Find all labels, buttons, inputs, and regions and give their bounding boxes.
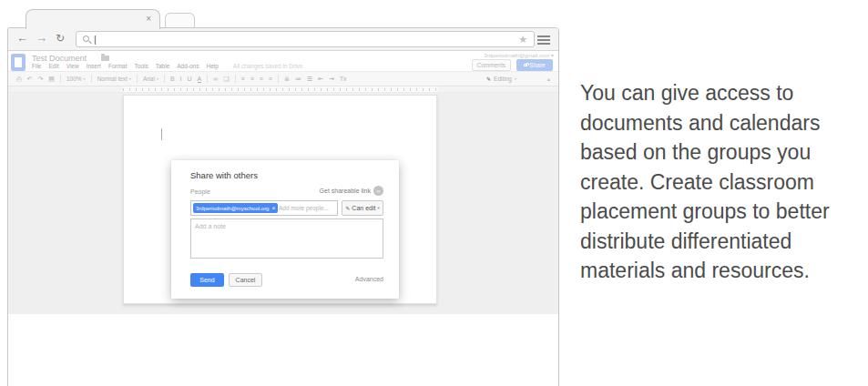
ruler-ticks <box>123 86 438 92</box>
browser-toolbar: ← → ↻ | ★ <box>8 28 558 51</box>
dialog-title: Share with others <box>190 170 258 180</box>
editing-mode-select[interactable]: ✎ Editing ▾ <box>486 76 516 82</box>
toolbar-separator <box>164 75 165 83</box>
chevron-down-icon: ▾ <box>157 76 158 81</box>
link-icon: ∞ <box>373 186 383 196</box>
numbered-list-icon[interactable]: ≔ <box>295 76 301 83</box>
menu-tools[interactable]: Tools <box>135 63 148 69</box>
text-cursor <box>161 128 162 140</box>
people-input[interactable]: 3rdperiodmath@myschool.org × Add more pe… <box>190 200 338 216</box>
undo-icon[interactable]: ↶ <box>27 76 33 83</box>
account-email[interactable]: 3rdperiodmath@gmail.com ▾ <box>484 52 554 58</box>
font-select[interactable]: Arial ▾ <box>143 76 158 82</box>
menu-view[interactable]: View <box>66 63 79 69</box>
align-center-icon[interactable]: ≡ <box>250 76 254 82</box>
caption-text: You can give access to documents and cal… <box>580 78 868 286</box>
advanced-link[interactable]: Advanced <box>355 276 383 282</box>
share-button[interactable]: Share <box>516 59 553 71</box>
zoom-value: 100% <box>66 76 82 82</box>
email-chip[interactable]: 3rdperiodmath@myschool.org × <box>193 203 278 213</box>
font-value: Arial <box>143 76 155 82</box>
clear-formatting-icon[interactable]: Tx <box>340 76 347 82</box>
text-color-icon[interactable]: A <box>198 76 202 83</box>
toolbar-separator <box>235 75 236 83</box>
indent-decrease-icon[interactable]: ⇤ <box>318 76 323 83</box>
mode-label: Editing <box>494 76 512 82</box>
add-people-placeholder: Add more people... <box>279 205 329 211</box>
remove-chip-icon[interactable]: × <box>271 205 275 211</box>
docs-menubar: File Edit View Insert Format Tools Table… <box>32 63 302 69</box>
move-to-folder-icon[interactable] <box>101 56 109 61</box>
menu-edit[interactable]: Edit <box>48 63 58 69</box>
styles-value: Normal text <box>97 76 128 82</box>
menu-insert[interactable]: Insert <box>87 63 101 69</box>
toolbar-separator <box>91 75 92 83</box>
chevron-down-icon: ▾ <box>515 76 516 81</box>
pencil-icon: ✎ <box>486 76 491 82</box>
forward-icon[interactable]: → <box>36 31 47 45</box>
lock-icon <box>524 64 527 66</box>
print-icon[interactable]: ⎙ <box>16 76 22 83</box>
bulleted-list-icon[interactable]: ☰ <box>307 76 312 83</box>
share-button-label: Share <box>529 62 545 68</box>
align-left-icon[interactable]: ≡ <box>241 76 245 82</box>
docs-toolbar: ⎙ ↶ ↷ ▤ 100% ▾ Normal text ▾ Arial ▾ B I… <box>8 71 558 86</box>
paint-format-icon[interactable]: ▤ <box>48 76 55 83</box>
note-textarea[interactable]: Add a note <box>190 218 383 259</box>
close-tab-icon[interactable]: × <box>146 13 151 25</box>
chevron-down-icon: ▾ <box>129 76 131 81</box>
document-title[interactable]: Test Document <box>32 54 87 63</box>
browser-menu-icon[interactable] <box>537 36 550 37</box>
zoom-select[interactable]: 100% ▾ <box>66 76 86 82</box>
underline-icon[interactable]: U <box>188 76 192 82</box>
italic-icon[interactable]: I <box>180 76 182 82</box>
docs-header: Test Document File Edit View Insert Form… <box>8 52 558 71</box>
chevron-down-icon: ▾ <box>84 76 86 81</box>
browser-window: × ← → ↻ | ★ Test Document File Edit View… <box>7 9 559 386</box>
pencil-icon: ✎ <box>345 205 350 211</box>
get-shareable-link-label: Get shareable link <box>320 188 371 194</box>
toolbar-separator <box>278 75 279 83</box>
comment-icon[interactable]: ❏ <box>223 76 229 83</box>
address-bar-input[interactable]: | ★ <box>76 31 535 47</box>
email-chip-label: 3rdperiodmath@myschool.org <box>196 206 269 211</box>
chevron-down-icon: ▾ <box>377 206 379 210</box>
menu-table[interactable]: Table <box>156 63 170 69</box>
align-justify-icon[interactable]: ≡ <box>269 76 272 82</box>
bold-icon[interactable]: B <box>170 76 175 82</box>
permission-label: Can edit <box>352 205 375 211</box>
bookmark-star-icon[interactable]: ★ <box>518 34 527 46</box>
note-placeholder: Add a note <box>195 223 226 229</box>
browser-tab[interactable]: × <box>26 9 160 29</box>
permission-dropdown[interactable]: ✎ Can edit ▾ <box>342 200 383 216</box>
toolbar-separator <box>60 75 61 83</box>
text-cursor: | <box>94 34 97 45</box>
back-icon[interactable]: ← <box>16 31 28 45</box>
menu-addons[interactable]: Add-ons <box>177 63 199 69</box>
get-shareable-link-button[interactable]: Get shareable link ∞ <box>320 186 383 196</box>
menu-help[interactable]: Help <box>206 63 218 69</box>
share-dialog: Share with others People Get shareable l… <box>171 160 399 299</box>
link-icon[interactable]: ∞ <box>213 76 218 82</box>
search-icon <box>83 36 89 42</box>
saved-status: All changes saved in Drive <box>233 63 303 69</box>
people-label: People <box>190 188 210 195</box>
indent-increase-icon[interactable]: ⇥ <box>329 76 334 83</box>
styles-select[interactable]: Normal text ▾ <box>97 76 131 82</box>
line-spacing-icon[interactable]: ≣ <box>284 76 290 83</box>
docs-app-icon <box>11 54 26 71</box>
align-right-icon[interactable]: ≡ <box>260 76 263 82</box>
send-button[interactable]: Send <box>190 273 224 287</box>
toolbar-separator <box>207 75 208 83</box>
comments-button[interactable]: Comments <box>472 59 511 71</box>
toolbar-separator <box>137 75 138 83</box>
ruler <box>8 86 558 93</box>
menu-file[interactable]: File <box>32 63 41 69</box>
cancel-button[interactable]: Cancel <box>229 273 262 287</box>
menu-format[interactable]: Format <box>108 63 128 69</box>
collapse-toolbar-icon[interactable]: ▴ <box>547 76 550 82</box>
reload-icon[interactable]: ↻ <box>56 32 65 45</box>
redo-icon[interactable]: ↷ <box>37 76 43 83</box>
